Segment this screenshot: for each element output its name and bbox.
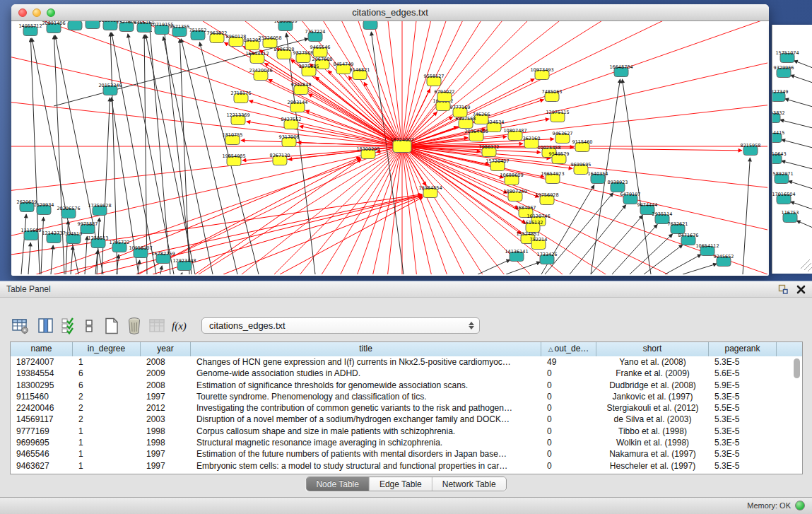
function-builder-icon[interactable]: f(x) xyxy=(172,317,194,335)
table-row[interactable]: 1456911722003Disruption of a novel membe… xyxy=(11,414,802,425)
graph-node-label: 116753 xyxy=(782,210,799,216)
graph-node-label: 12093832 xyxy=(772,110,785,116)
network-window-titlebar[interactable]: citations_edges.txt xyxy=(11,4,769,21)
table-row[interactable]: 1830029562008Estimation of significance … xyxy=(11,380,802,391)
graph-node-label: 9975887 xyxy=(78,221,98,227)
graph-node-label: 12923448 xyxy=(172,258,196,264)
graph-node-label: 7357224 xyxy=(305,29,326,35)
graph-node-label: 8454749 xyxy=(334,62,354,67)
show-columns-icon[interactable] xyxy=(37,317,55,335)
column-header-year[interactable]: year xyxy=(141,342,191,356)
graph-node-label: 15720407 xyxy=(486,158,509,164)
table-panel-titlebar: Table Panel xyxy=(0,281,812,298)
graph-node-label: 9146821 xyxy=(350,67,370,73)
graph-node-label: 9329966 xyxy=(774,65,794,71)
graph-node-label: 8471676 xyxy=(678,233,699,238)
graph-node-label: 10973493 xyxy=(530,67,553,73)
delete-table-icon[interactable] xyxy=(125,317,143,335)
graph-node-label: 23226058 xyxy=(258,35,281,41)
graph-node-label: 15524851 xyxy=(516,231,539,237)
graph-node-label: 19854985 xyxy=(222,153,245,159)
graph-node-label: 8215958 xyxy=(741,143,761,148)
graph-node-label: 2935114 xyxy=(652,211,673,217)
graph-node-label: 10654112 xyxy=(695,243,719,249)
tab-edge-table[interactable]: Edge Table xyxy=(370,477,433,491)
graph-node-label: 19756928 xyxy=(535,192,558,198)
graph-node-label: 17359928 xyxy=(88,203,111,209)
graph-node-label: 114519 xyxy=(65,231,83,237)
column-header-short[interactable]: short xyxy=(596,342,709,356)
graph-node-label: 1615132 xyxy=(523,220,543,226)
graph-node-label: 9227349 xyxy=(772,89,788,95)
table-row[interactable]: 1938455462009Genome-wide association stu… xyxy=(11,368,802,379)
graph-node-label: 2967608 xyxy=(312,57,333,62)
graph-node-label: 16648784 xyxy=(609,64,632,70)
graph-node-label: 20153346 xyxy=(98,83,122,88)
table-row[interactable]: 2242004622012Investigating the contribut… xyxy=(11,402,802,414)
citation-network-graph[interactable]: 1405571220891406106532871527602646616110… xyxy=(11,21,767,274)
close-panel-icon[interactable] xyxy=(796,284,806,295)
background-network-window[interactable]: 1575107493299669227349120938321244415162… xyxy=(772,25,812,274)
graph-node-label: 23420046 xyxy=(249,68,272,74)
column-header-out_degree[interactable]: △out_de… xyxy=(541,342,596,356)
tab-node-table[interactable]: Node Table xyxy=(306,477,370,491)
column-header-name[interactable]: name xyxy=(11,342,73,356)
graph-node-label: 9242848 xyxy=(291,82,312,88)
graph-node-label: 10807487 xyxy=(503,128,526,134)
column-header-title[interactable]: title xyxy=(191,342,541,356)
graph-node-label: 9827508 xyxy=(293,50,314,56)
table-row[interactable]: 1872400712008Changes of HCN gene express… xyxy=(11,356,802,368)
column-header-filler[interactable] xyxy=(777,342,802,356)
column-header-in_degree[interactable]: in_degree xyxy=(73,342,141,356)
graph-node-label: 9465546 xyxy=(310,45,331,50)
graph-node-label: 1733426 xyxy=(537,252,558,257)
tab-network-table[interactable]: Network Table xyxy=(433,477,506,491)
graph-node-label: 18300295 xyxy=(356,146,379,152)
graph-node[interactable] xyxy=(86,21,100,29)
graph-node[interactable] xyxy=(363,21,377,30)
graph-node-label: 16543312 xyxy=(245,51,269,57)
graph-node-label: 362160 xyxy=(523,136,541,141)
graph-node-label: 8813054 xyxy=(360,21,381,23)
table-vertical-scrollbar[interactable] xyxy=(794,358,800,378)
graph-node-label: 9317006 xyxy=(279,134,300,140)
table-row[interactable]: 969969511998Structural magnetic resonanc… xyxy=(11,437,802,448)
graph-node-label: 18807249 xyxy=(503,189,526,194)
new-table-icon[interactable] xyxy=(102,317,121,335)
table-row[interactable]: 946362711997Embryonic stem cells: a mode… xyxy=(11,460,802,472)
cells-icon[interactable] xyxy=(84,317,94,335)
select-rows-icon[interactable] xyxy=(61,317,76,335)
import-table-icon-disabled xyxy=(148,317,166,335)
graph-node-label: 9463627 xyxy=(553,131,573,136)
graph-node-label: 10958107 xyxy=(129,245,152,251)
graph-node-label: 7632621 xyxy=(668,221,688,227)
graph-node-label: 14136141 xyxy=(505,249,528,255)
graph-node-label: 20891406 xyxy=(42,21,65,26)
graph-node-label: 19654923 xyxy=(541,171,564,177)
table-selector-dropdown[interactable]: citations_edges.txt xyxy=(201,317,480,334)
graph-node-label: 752214 xyxy=(530,237,548,243)
graph-node-label: 9115460 xyxy=(572,139,593,145)
network-view-window[interactable]: citations_edges.txt 14055712208914061065… xyxy=(11,4,769,276)
table-panel-title: Table Panel xyxy=(6,284,51,294)
graph-node-label: 2684067 xyxy=(516,205,536,211)
graph-node-label: 10688609 xyxy=(500,173,523,178)
graph-node-label: 6794022 xyxy=(435,89,455,95)
table-settings-icon[interactable] xyxy=(11,317,30,335)
graph-node-label: 20206576 xyxy=(57,206,80,211)
graph-node[interactable] xyxy=(68,21,82,30)
memory-status-label: Memory: OK xyxy=(747,501,791,510)
graph-node-label: 1529934 xyxy=(34,202,54,208)
graph-node-label: 9474444 xyxy=(637,202,658,208)
network-window-title: citations_edges.txt xyxy=(11,7,769,18)
float-window-icon[interactable] xyxy=(777,284,789,295)
graph-node-label: 8267130 xyxy=(270,153,290,158)
column-header-pagerank[interactable]: pagerank xyxy=(709,342,777,356)
table-panel: Table Panel xyxy=(0,281,812,514)
graph-node-label: 9245652 xyxy=(714,254,734,259)
table-row[interactable]: 977716911998Corpus callosum shape and si… xyxy=(11,426,802,437)
sort-ascending-icon: △ xyxy=(548,346,553,353)
table-row[interactable]: 911546021997Tourette syndrome. Phenomeno… xyxy=(11,391,802,402)
table-row[interactable]: 946554611997Estimation of the future num… xyxy=(11,448,802,460)
network-canvas[interactable]: 1405571220891406106532871527602646616110… xyxy=(11,21,767,274)
